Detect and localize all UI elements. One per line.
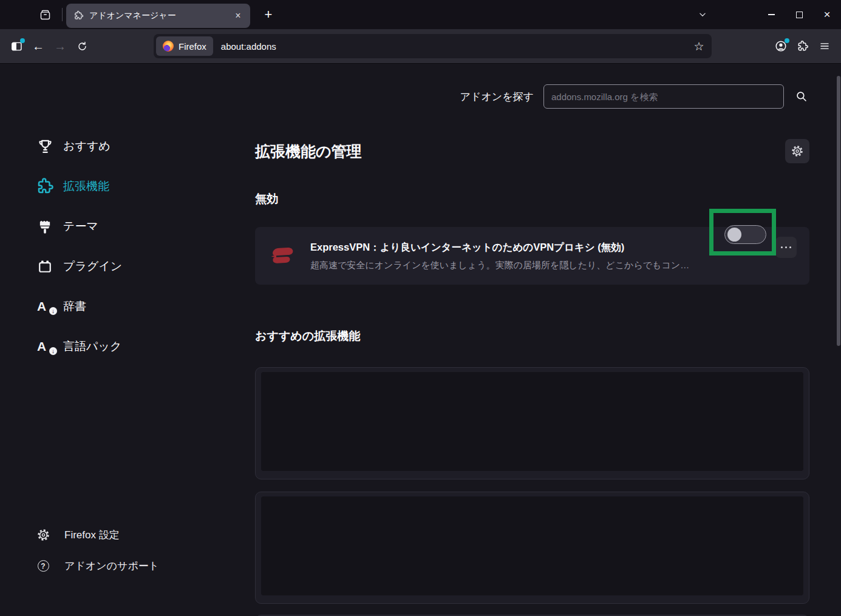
disabled-section-heading: 無効 bbox=[255, 191, 809, 207]
expressvpn-logo-icon bbox=[267, 243, 295, 269]
addon-more-options-button[interactable] bbox=[775, 237, 797, 258]
addon-card-expressvpn[interactable]: ExpressVPN：より良いインターネットのためのVPNプロキシ (無効) 超… bbox=[255, 227, 809, 285]
search-icon bbox=[795, 90, 808, 103]
minimize-icon bbox=[768, 14, 775, 15]
search-row: アドオンを探す bbox=[255, 84, 809, 109]
maximize-button[interactable] bbox=[785, 0, 813, 29]
url-bar[interactable]: Firefox about:addons ☆ bbox=[154, 34, 712, 58]
minimize-button[interactable] bbox=[757, 0, 785, 29]
addon-description: 超高速で安全にオンラインを使いましょう。実際の居場所を隠したり、どこからでもコン… bbox=[310, 260, 707, 271]
hamburger-icon bbox=[819, 41, 830, 52]
search-label: アドオンを探す bbox=[460, 90, 534, 104]
page-header: 拡張機能の管理 bbox=[255, 139, 809, 163]
page-title: 拡張機能の管理 bbox=[255, 141, 362, 161]
sidebar-item-label: 言語パック bbox=[63, 339, 121, 354]
reload-button[interactable] bbox=[71, 35, 93, 57]
bookmark-star-button[interactable]: ☆ bbox=[690, 37, 708, 55]
puzzle-icon bbox=[35, 177, 55, 195]
addon-name: ExpressVPN：より良いインターネットのためのVPNプロキシ (無効) bbox=[310, 241, 707, 254]
search-input[interactable] bbox=[543, 84, 784, 109]
search-button[interactable] bbox=[794, 89, 809, 104]
tab-title: アドオンマネージャー bbox=[89, 10, 227, 21]
tab-separator bbox=[62, 8, 63, 21]
puzzle-icon bbox=[73, 10, 84, 21]
account-button[interactable] bbox=[770, 35, 792, 57]
tab-close-button[interactable]: × bbox=[231, 8, 245, 23]
firefox-view-icon bbox=[39, 8, 52, 21]
reload-icon bbox=[77, 41, 88, 52]
addon-enable-toggle[interactable] bbox=[724, 225, 766, 244]
sidebar-item-firefox-settings[interactable]: Firefox 設定 bbox=[36, 528, 120, 542]
chevron-down-icon bbox=[697, 9, 708, 20]
toggle-knob bbox=[727, 228, 741, 242]
notification-dot bbox=[20, 38, 25, 43]
sidebar-item-themes[interactable]: テーマ bbox=[35, 206, 217, 246]
sidebar-item-dictionaries[interactable]: A↓ 辞書 bbox=[35, 286, 217, 327]
sidebar-toggle-button[interactable] bbox=[5, 35, 27, 57]
gear-icon bbox=[791, 145, 803, 157]
recommended-addon-placeholder bbox=[255, 492, 809, 604]
site-identity-badge[interactable]: Firefox bbox=[156, 36, 213, 56]
ellipsis-icon bbox=[781, 246, 783, 249]
maximize-icon bbox=[796, 12, 803, 18]
sidebar-item-addon-support[interactable]: ? アドオンのサポート bbox=[36, 559, 159, 573]
list-all-tabs-button[interactable] bbox=[692, 4, 713, 25]
sidebar-item-label: Firefox 設定 bbox=[64, 528, 120, 542]
nav-toolbar: ← → Firefox about:addons ☆ bbox=[0, 29, 841, 64]
help-icon: ? bbox=[36, 560, 50, 572]
back-button[interactable]: ← bbox=[27, 35, 49, 57]
site-identity-label: Firefox bbox=[179, 41, 206, 52]
tab-addons-manager[interactable]: アドオンマネージャー × bbox=[66, 4, 250, 28]
language-pack-icon: A↓ bbox=[35, 339, 55, 354]
sidebar-item-label: プラグイン bbox=[63, 259, 122, 274]
new-tab-button[interactable]: + bbox=[257, 4, 279, 25]
firefox-logo-icon bbox=[163, 41, 174, 52]
url-text: about:addons bbox=[221, 41, 276, 52]
titlebar: アドオンマネージャー × + × bbox=[0, 0, 841, 29]
sidebar-item-language-packs[interactable]: A↓ 言語パック bbox=[35, 327, 217, 367]
gear-icon bbox=[36, 529, 50, 541]
plugin-icon bbox=[35, 258, 55, 275]
extensions-button[interactable] bbox=[792, 35, 814, 57]
notification-dot bbox=[785, 38, 789, 43]
addons-page: おすすめ 拡張機能 テーマ プラグイン A↓ 辞書 bbox=[0, 64, 841, 616]
dictionary-icon: A↓ bbox=[35, 299, 55, 314]
firefox-view-button[interactable] bbox=[34, 4, 56, 25]
category-sidebar: おすすめ 拡張機能 テーマ プラグイン A↓ 辞書 bbox=[0, 64, 255, 616]
sidebar-item-label: 辞書 bbox=[63, 299, 86, 314]
paintbrush-icon bbox=[35, 218, 55, 235]
scrollbar-thumb[interactable] bbox=[837, 76, 840, 346]
tools-for-all-addons-button[interactable] bbox=[785, 139, 809, 163]
sidebar-item-label: アドオンのサポート bbox=[64, 559, 159, 573]
main-panel: アドオンを探す 拡張機能の管理 無効 ExpressVPN：より良いイン bbox=[255, 64, 841, 616]
recommended-section-heading: おすすめの拡張機能 bbox=[255, 328, 809, 344]
sidebar-item-label: テーマ bbox=[63, 218, 98, 234]
menu-button[interactable] bbox=[814, 35, 836, 57]
addon-text: ExpressVPN：より良いインターネットのためのVPNプロキシ (無効) 超… bbox=[310, 241, 797, 271]
sidebar-item-label: おすすめ bbox=[63, 138, 111, 154]
sidebar-item-recommended[interactable]: おすすめ bbox=[35, 126, 217, 166]
sidebar-item-label: 拡張機能 bbox=[63, 178, 109, 194]
forward-button[interactable]: → bbox=[49, 35, 71, 57]
recommended-addon-placeholder bbox=[255, 367, 809, 479]
close-window-button[interactable]: × bbox=[813, 0, 841, 29]
sidebar-item-plugins[interactable]: プラグイン bbox=[35, 246, 217, 286]
trophy-icon bbox=[35, 138, 55, 155]
puzzle-icon bbox=[797, 40, 809, 52]
sidebar-item-extensions[interactable]: 拡張機能 bbox=[35, 166, 217, 206]
